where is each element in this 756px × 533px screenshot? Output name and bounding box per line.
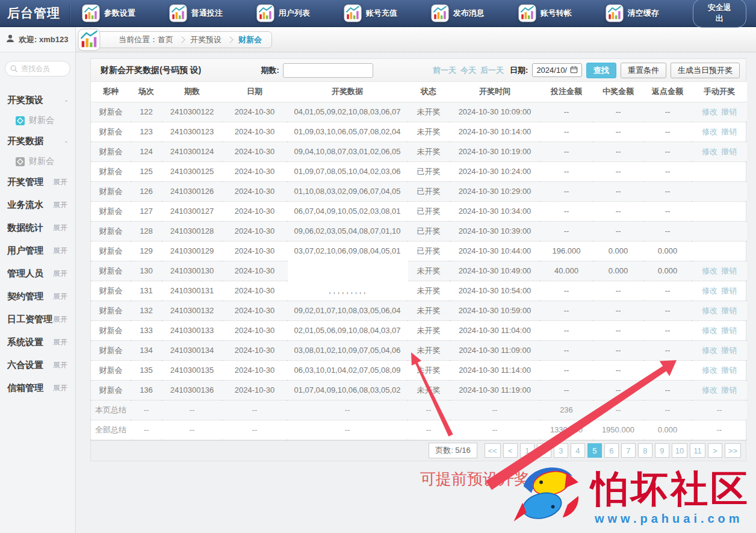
sidebar-group-日工资管理[interactable]: 日工资管理展开	[0, 308, 75, 331]
edit-link[interactable]: 修改	[702, 286, 717, 295]
today-link[interactable]: 今天	[460, 65, 476, 76]
edit-link[interactable]: 修改	[702, 306, 717, 315]
topnav-item-5[interactable]: 发布消息	[431, 4, 518, 22]
sidebar-group-toggle[interactable]: 展开	[53, 223, 67, 233]
sidebar-group-toggle[interactable]: -	[65, 96, 67, 105]
page-button-10[interactable]: 10	[672, 443, 687, 458]
cell: --	[540, 142, 593, 161]
page-button->>[interactable]: >>	[725, 443, 741, 458]
cell: 0.000	[593, 261, 643, 281]
sidebar-group-toggle[interactable]: 展开	[53, 383, 67, 393]
sidebar: 欢迎: xmb123 开奖预设-财新会开奖数据-财新会开奖管理展开业务流水展开数…	[0, 27, 76, 533]
page-button-1[interactable]: 1	[520, 443, 534, 458]
sidebar-group-信箱管理[interactable]: 信箱管理展开	[0, 376, 75, 399]
page-button-9[interactable]: 9	[655, 443, 669, 458]
sidebar-item-财新会[interactable]: 财新会	[0, 152, 75, 170]
revoke-link[interactable]: 撤销	[721, 346, 737, 355]
revoke-link[interactable]: 撤销	[721, 286, 737, 295]
breadcrumb-home[interactable]: 当前位置：首页	[119, 34, 173, 45]
breadcrumb-caixinhui[interactable]: 财新会	[238, 34, 262, 45]
revoke-link[interactable]: 撤销	[721, 266, 737, 275]
revoke-link[interactable]: 撤销	[721, 127, 737, 136]
revoke-link[interactable]: 撤销	[721, 306, 737, 315]
page-button-<<[interactable]: <<	[485, 443, 501, 458]
sidebar-group-开奖预设[interactable]: 开奖预设-	[0, 89, 75, 111]
page-button-3[interactable]: 3	[554, 443, 568, 458]
topnav-item-7[interactable]: 清空缓存	[606, 4, 693, 22]
topnav-item-1[interactable]: 参数设置	[82, 4, 169, 22]
topnav-label: 参数设置	[104, 8, 135, 19]
sidebar-group-契约管理[interactable]: 契约管理展开	[0, 285, 75, 308]
topnav-item-4[interactable]: 账号充值	[344, 4, 431, 22]
cell: --	[643, 360, 692, 380]
revoke-link[interactable]: 撤销	[721, 366, 737, 375]
sidebar-item-财新会[interactable]: 财新会	[0, 111, 75, 129]
logout-button[interactable]: 安全退出	[693, 0, 746, 28]
sidebar-group-业务流水[interactable]: 业务流水展开	[0, 193, 75, 216]
edit-link[interactable]: 修改	[702, 107, 717, 116]
sidebar-group-toggle[interactable]: 展开	[53, 360, 67, 370]
topnav-item-2[interactable]: 普通投注	[169, 4, 256, 22]
page-button-<[interactable]: <	[503, 443, 518, 458]
next-day-link[interactable]: 后一天	[480, 65, 504, 76]
sidebar-group-开奖数据[interactable]: 开奖数据-	[0, 129, 75, 152]
topnav-item-6[interactable]: 账号转帐	[518, 4, 606, 22]
sidebar-group-toggle[interactable]: 展开	[53, 269, 67, 279]
search-button[interactable]: 查找	[586, 63, 616, 78]
sidebar-group-六合设置[interactable]: 六合设置展开	[0, 354, 75, 376]
sidebar-group-管理人员[interactable]: 管理人员展开	[0, 262, 75, 285]
cell: --	[540, 281, 593, 301]
sidebar-group-toggle[interactable]: 展开	[53, 177, 67, 187]
edit-link[interactable]: 修改	[702, 366, 717, 375]
page-button-6[interactable]: 6	[604, 443, 619, 458]
revoke-link[interactable]: 撤销	[721, 385, 737, 394]
breadcrumb-preset[interactable]: 开奖预设	[190, 34, 222, 45]
sidebar-group-toggle[interactable]: 展开	[53, 314, 67, 325]
date-input[interactable]: 2024/10/	[532, 63, 582, 77]
page-button-8[interactable]: 8	[638, 443, 652, 458]
sidebar-group-系统设置[interactable]: 系统设置展开	[0, 331, 75, 354]
sidebar-group-开奖管理[interactable]: 开奖管理展开	[0, 170, 75, 193]
revoke-link[interactable]: 撤销	[721, 147, 737, 156]
page-button-7[interactable]: 7	[621, 443, 636, 458]
issue-input[interactable]	[283, 63, 373, 78]
revoke-link[interactable]: 撤销	[721, 326, 737, 335]
sidebar-group-toggle[interactable]: 展开	[53, 337, 67, 348]
page-button-2[interactable]: 2	[537, 443, 551, 458]
diamond-icon	[16, 157, 25, 166]
brand-text: 怕坏社区	[591, 464, 750, 514]
cell: --	[593, 102, 643, 122]
page-button-4[interactable]: 4	[571, 443, 585, 458]
page-count-label: 页数: 5/16	[429, 443, 477, 458]
page-button-11[interactable]: 11	[690, 443, 705, 458]
edit-link[interactable]: 修改	[702, 127, 717, 136]
cell: --	[643, 221, 692, 241]
prev-day-link[interactable]: 前一天	[433, 65, 456, 76]
edit-link[interactable]: 修改	[702, 326, 717, 335]
topnav-label: 账号转帐	[541, 8, 572, 19]
revoke-link[interactable]: 撤销	[721, 107, 737, 116]
sidebar-group-toggle[interactable]: 展开	[53, 291, 67, 302]
edit-link[interactable]: 修改	[702, 385, 717, 394]
cell: --	[643, 301, 692, 320]
edit-link[interactable]: 修改	[702, 147, 717, 156]
cell: 2410300128	[162, 221, 222, 241]
cell: 2024-10-30	[222, 340, 287, 360]
cell: --	[643, 281, 692, 301]
cell: 09,06,02,03,05,04,08,07,01,10	[287, 221, 407, 241]
actions-cell: 修改撤销	[692, 142, 747, 161]
edit-link[interactable]: 修改	[702, 346, 717, 355]
sidebar-group-用户管理[interactable]: 用户管理展开	[0, 239, 75, 262]
sidebar-group-toggle[interactable]: -	[65, 137, 67, 146]
cell: 2024-10-30 10:59:00	[450, 301, 540, 320]
reset-button[interactable]: 重置条件	[621, 63, 666, 78]
chart-icon	[344, 4, 362, 22]
generate-button[interactable]: 生成当日预开奖	[671, 63, 740, 78]
sidebar-group-toggle[interactable]: 展开	[53, 200, 67, 210]
sidebar-group-数据统计[interactable]: 数据统计展开	[0, 216, 75, 239]
sidebar-group-toggle[interactable]: 展开	[53, 246, 67, 256]
page-button->[interactable]: >	[708, 443, 722, 458]
edit-link[interactable]: 修改	[702, 266, 717, 275]
page-button-5[interactable]: 5	[587, 443, 602, 458]
topnav-item-3[interactable]: 用户列表	[256, 4, 344, 22]
